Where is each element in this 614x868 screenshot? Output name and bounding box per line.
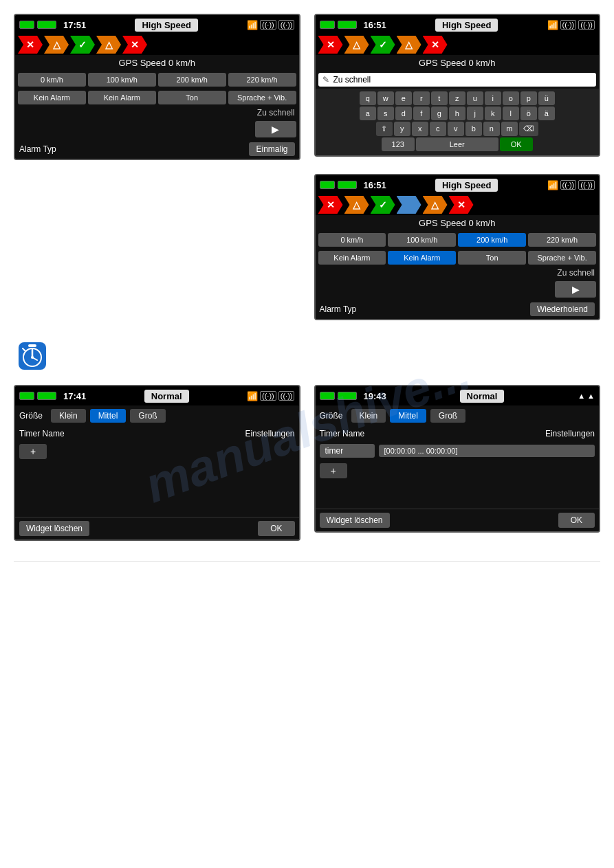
- play-btn-3[interactable]: ▶: [555, 281, 596, 298]
- alarm-arrow-orange-2[interactable]: △: [344, 36, 369, 54]
- size-klein-5[interactable]: Klein: [351, 409, 386, 423]
- key-b[interactable]: b: [465, 122, 482, 136]
- battery-icon-2b: [338, 21, 357, 29]
- alarm-arrow-redx-1[interactable]: ✕: [18, 36, 43, 54]
- speed-btn-100km-1[interactable]: 100 km/h: [88, 73, 156, 87]
- add-timer-btn-4[interactable]: +: [19, 444, 47, 459]
- alarm-opt-kein1-1[interactable]: Kein Alarm: [18, 91, 86, 104]
- size-mittel-5[interactable]: Mittel: [390, 409, 426, 423]
- ok-btn-4[interactable]: OK: [258, 521, 294, 536]
- alarm-opt-sprache-1[interactable]: Sprache + Vib.: [228, 91, 296, 104]
- alarm-arrow-green-1[interactable]: ✓: [70, 36, 95, 54]
- alarm-arrow-green-2[interactable]: ✓: [371, 36, 395, 54]
- key-z[interactable]: z: [449, 91, 465, 105]
- key-a[interactable]: a: [360, 107, 376, 120]
- key-ae[interactable]: ä: [538, 107, 555, 120]
- signal-icon-3b: ((·)): [578, 180, 595, 190]
- size-mittel-4[interactable]: Mittel: [90, 409, 127, 423]
- time-1: 17:51: [63, 20, 86, 30]
- key-y[interactable]: y: [394, 122, 410, 136]
- key-g[interactable]: g: [431, 107, 448, 120]
- status-bar-1: 17:51 High Speed 📶 ((·)) ((·)): [15, 15, 299, 34]
- key-oe[interactable]: ö: [520, 107, 537, 120]
- keyboard-2: q w e r t z u i o p ü a s d f g h j k: [316, 89, 600, 155]
- key-p[interactable]: p: [520, 91, 537, 105]
- kb-row-3-2: ⇧ y x c v b n m ⌫: [318, 122, 597, 136]
- delete-widget-btn-4[interactable]: Widget löschen: [19, 521, 89, 536]
- key-ok[interactable]: OK: [500, 137, 533, 151]
- timer-body-4: [15, 462, 299, 517]
- wifi-icon-1: 📶: [247, 20, 258, 30]
- size-klein-4[interactable]: Klein: [51, 409, 86, 423]
- key-j[interactable]: j: [467, 107, 483, 120]
- alarm-opt-kein2-1[interactable]: Kein Alarm: [88, 91, 156, 104]
- speed-btn-0km-3[interactable]: 0 km/h: [318, 233, 386, 247]
- alarm-arrow-redx2-3[interactable]: ✕: [449, 196, 474, 214]
- key-r[interactable]: r: [413, 91, 430, 105]
- key-s[interactable]: s: [377, 107, 394, 120]
- key-w[interactable]: w: [377, 91, 394, 105]
- key-d[interactable]: d: [395, 107, 412, 120]
- battery-icon-5a: [320, 392, 335, 400]
- speed-btn-220km-3[interactable]: 220 km/h: [528, 233, 596, 247]
- size-row-5: Größe Klein Mittel Groß: [316, 405, 600, 426]
- alarm-arrow-redx-2[interactable]: ✕: [318, 36, 343, 54]
- key-h[interactable]: h: [449, 107, 465, 120]
- alarm-opt-kein1-3[interactable]: Kein Alarm: [318, 251, 386, 265]
- key-ue[interactable]: ü: [538, 91, 555, 105]
- speed-btn-220km-1[interactable]: 220 km/h: [228, 73, 296, 87]
- key-l[interactable]: l: [503, 107, 519, 120]
- key-123[interactable]: 123: [382, 137, 415, 151]
- text-field-value-2: Zu schnell: [333, 75, 371, 85]
- alarm-arrow-redx2-2[interactable]: ✕: [423, 36, 448, 54]
- alarm-arrow-orange2-1[interactable]: △: [96, 36, 121, 54]
- key-backspace[interactable]: ⌫: [519, 122, 538, 136]
- key-v[interactable]: v: [448, 122, 464, 136]
- add-timer-btn-5[interactable]: +: [320, 463, 347, 478]
- alarm-opt-kein2-3[interactable]: Kein Alarm: [388, 251, 456, 265]
- alarm-arrow-orange2-2[interactable]: △: [397, 36, 421, 54]
- text-field-2[interactable]: ✎ Zu schnell: [318, 73, 597, 87]
- key-u[interactable]: u: [467, 91, 483, 105]
- alarm-opt-ton-1[interactable]: Ton: [158, 91, 226, 104]
- key-t[interactable]: t: [431, 91, 448, 105]
- signal-icon-2a: ((·)): [560, 20, 577, 30]
- key-c[interactable]: c: [430, 122, 446, 136]
- key-o[interactable]: o: [503, 91, 519, 105]
- key-n[interactable]: n: [483, 122, 500, 136]
- alarm-opt-sprache-3[interactable]: Sprache + Vib.: [528, 251, 596, 265]
- screen-5: 19:43 Normal ▲ ▲ Größe Klein Mittel Groß…: [314, 385, 601, 533]
- alarm-arrow-redx-3[interactable]: ✕: [318, 196, 343, 214]
- delete-widget-btn-5[interactable]: Widget löschen: [320, 513, 390, 528]
- alarm-arrow-green-3[interactable]: ✓: [371, 196, 395, 214]
- battery-icon-1: [19, 21, 34, 29]
- status-left-3: 16:51: [320, 180, 386, 190]
- speed-btn-200km-1[interactable]: 200 km/h: [158, 73, 226, 87]
- key-e[interactable]: e: [395, 91, 412, 105]
- timer-name-input-5[interactable]: timer: [320, 444, 375, 458]
- key-q[interactable]: q: [360, 91, 376, 105]
- alarm-arrow-orange2-3[interactable]: △: [423, 196, 448, 214]
- ok-btn-5[interactable]: OK: [558, 513, 595, 528]
- alarm-bar-3: ✕ △ ✓ △ ✕: [316, 194, 600, 215]
- status-left-4: 17:41: [19, 391, 86, 401]
- key-k[interactable]: k: [485, 107, 501, 120]
- alarm-arrow-orange-3[interactable]: △: [344, 196, 369, 214]
- size-gross-4[interactable]: Groß: [130, 409, 165, 423]
- play-btn-1[interactable]: ▶: [255, 121, 296, 137]
- key-m[interactable]: m: [501, 122, 518, 136]
- alarm-opt-ton-3[interactable]: Ton: [458, 251, 526, 265]
- key-f[interactable]: f: [413, 107, 430, 120]
- key-x[interactable]: x: [412, 122, 428, 136]
- size-gross-5[interactable]: Groß: [430, 409, 465, 423]
- time-3: 16:51: [364, 180, 386, 190]
- key-i[interactable]: i: [485, 91, 501, 105]
- alarm-arrow-blue-3[interactable]: [397, 196, 421, 214]
- key-space[interactable]: Leer: [416, 137, 498, 151]
- speed-btn-100km-3[interactable]: 100 km/h: [388, 233, 456, 247]
- alarm-arrow-redx2-1[interactable]: ✕: [122, 36, 147, 54]
- speed-btn-0km-1[interactable]: 0 km/h: [18, 73, 86, 87]
- key-shift[interactable]: ⇧: [376, 122, 393, 136]
- speed-btn-200km-3[interactable]: 200 km/h: [458, 233, 526, 247]
- alarm-arrow-orange-1[interactable]: △: [44, 36, 69, 54]
